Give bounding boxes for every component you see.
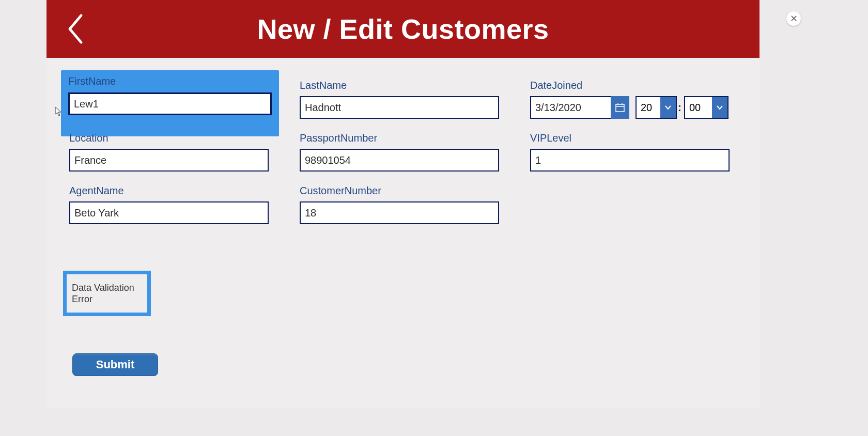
customernumber-input[interactable] [300, 201, 499, 224]
datejoined-hour-select[interactable]: 20 [636, 96, 677, 119]
firstname-input[interactable] [68, 92, 272, 115]
datejoined-hour-value: 20 [637, 102, 660, 114]
svg-rect-0 [616, 104, 624, 112]
datejoined-date-value: 3/13/2020 [535, 102, 581, 114]
passport-input[interactable] [300, 149, 499, 172]
firstname-field: FirstName [68, 75, 272, 129]
location-input[interactable] [69, 149, 269, 172]
viplevel-label: VIPLevel [530, 132, 571, 144]
customernumber-label: CustomerNumber [300, 185, 381, 197]
passport-label: PassportNumber [300, 132, 377, 144]
datejoined-minute-chevron[interactable] [712, 97, 727, 118]
submit-button-label: Submit [96, 358, 135, 371]
validation-error-box: Data Validation Error [63, 271, 151, 316]
firstname-label: FirstName [68, 75, 272, 87]
lastname-input[interactable] [300, 96, 499, 119]
datejoined-hour-chevron[interactable] [660, 97, 676, 118]
viplevel-input[interactable] [530, 149, 730, 172]
validation-error-text: Data Validation Error [72, 282, 142, 305]
page-title: New / Edit Customers [47, 0, 760, 58]
form-area: FirstName LastName DateJoined 3/13/2020 [47, 58, 760, 408]
chevron-down-icon [716, 105, 723, 110]
agentname-input[interactable] [69, 201, 269, 224]
close-button[interactable]: ✕ [786, 11, 801, 26]
firstname-highlight: FirstName [61, 70, 279, 136]
form-card: New / Edit Customers FirstName LastName … [47, 0, 760, 408]
datejoined-minute-select[interactable]: 00 [684, 96, 729, 119]
lastname-label: LastName [300, 80, 347, 91]
header-bar: New / Edit Customers [47, 0, 760, 58]
close-icon: ✕ [790, 14, 798, 23]
calendar-icon [615, 103, 625, 112]
app-stage: New / Edit Customers FirstName LastName … [0, 0, 868, 436]
location-label: Location [69, 132, 109, 144]
datejoined-time-separator: : [678, 96, 681, 119]
agentname-label: AgentName [69, 185, 124, 197]
submit-button[interactable]: Submit [72, 353, 158, 376]
chevron-down-icon [664, 105, 672, 110]
datejoined-minute-value: 00 [685, 102, 712, 114]
datejoined-label: DateJoined [530, 80, 582, 91]
datejoined-calendar-button[interactable] [611, 96, 629, 119]
